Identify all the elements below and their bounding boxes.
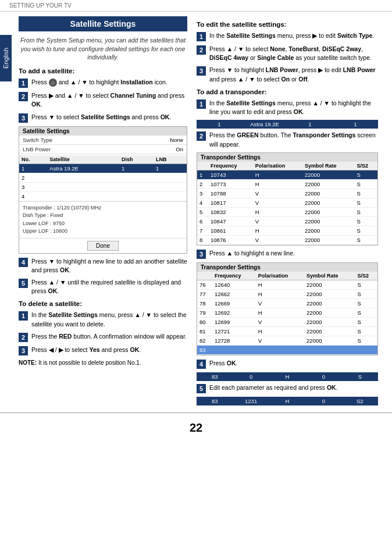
settings-info-table: Switch Type None LNB Power On [19,136,187,154]
col-satellite: Satellite [47,155,119,164]
trans-box-title-2: Transponder Settings [197,263,377,272]
trans-table-row: 1 10743 H 22000 S [197,170,377,179]
step-text-3: Press ▼ to select Satellite Settings and… [31,113,171,122]
transponder-settings-box-2: Transponder Settings Frequency Polarisat… [197,262,378,355]
del-step-num-1: 1 [19,311,28,321]
transponder-settings-box-1: Transponder Settings Frequency Polarisat… [197,152,378,246]
satellite-list-table: No. Satellite Dish LNB 1 Astra 19.2E 1 1… [19,155,187,201]
trans-table-row: 3 10788 V 22000 S [197,188,377,198]
done-button[interactable]: Done [87,241,119,251]
trans-step-5: 5 Edit each parameter as required and pr… [197,383,378,393]
edit-step-num-2: 2 [197,45,206,55]
col-dish: Dish [119,155,154,164]
sat-table-row: 1 Astra 19.2E 1 1 [19,163,187,173]
step-num-2: 2 [19,92,28,101]
trans-step-3: 3 Press ▲ to highlight a new line. [197,249,378,259]
del-step-text-1: In the Satellite Settings menu, press ▲ … [31,311,187,328]
lnb-power-label: LNB Power [19,144,60,154]
add-satellite-heading: To add a satellite: [19,67,187,74]
transponder-table-2: Frequency Polarisation Symbol Rate S/S2 … [197,272,377,355]
trans-step-text-2: Press the GREEN button. The Transponder … [209,131,378,148]
delete-satellite-heading: To delete a satellite: [19,300,187,307]
edit-step-2: 2 Press ▲ / ▼ to select None, ToneBurst,… [197,45,378,62]
step-1: 1 Press ⌂ and ▲ / ▼ to highlight Install… [19,78,187,88]
del-step-num-3: 3 [19,346,28,355]
data-bar-edit: 83 1231 H 0 S2 [197,397,378,405]
step-num-5: 5 [19,279,28,288]
step-text-5: Press ▲ / ▼ until the required satellite… [31,278,187,296]
trans-box-title-1: Transponder Settings [197,153,377,162]
step-3: 3 Press ▼ to select Satellite Settings a… [19,113,187,123]
trans-step-1: 1 In the Satellite Settings menu, press … [197,99,378,116]
edit-step-text-1: In the Satellite Settings menu, press ▶ … [209,31,374,40]
trans-step-text-3: Press ▲ to highlight a new line. [209,249,295,258]
top-bar: SETTING UP YOUR TV [0,0,392,12]
trans-step-2: 2 Press the GREEN button. The Transponde… [197,131,378,148]
step-text-2: Press ▶ and ▲ / ▼ to select Channel Tuni… [31,91,187,109]
trans-table-row: 79 12692 H 22000 S [197,308,377,317]
trans-step-text-1: In the Satellite Settings menu, press ▲ … [209,99,378,116]
trans-step-text-5: Edit each parameter as required and pres… [209,383,338,392]
trans-table-row: 5 10832 H 22000 S [197,207,377,216]
trans-table-row: 2 10773 H 22000 S [197,179,377,188]
trans-table-row: 82 12728 V 22000 S [197,336,377,345]
trans-table-1-header: Frequency Polarisation Symbol Rate S/S2 [197,162,377,170]
done-button-wrap: Done [19,238,187,253]
settings-box-title: Satellite Settings [19,127,187,136]
step-num-1: 1 [19,79,28,88]
del-step-3: 3 Press ◀ / ▶ to select Yes and press OK… [19,346,187,355]
trans-table-2-header: Frequency Polarisation Symbol Rate S/S2 [197,272,377,280]
lnb-power-value: On [60,144,187,154]
trans-table-row: 7 10861 H 22000 S [197,226,377,235]
trans-table-row: 76 12640 H 22000 S [197,280,377,289]
transponder-table-1: Frequency Polarisation Symbol Rate S/S2 … [197,162,377,245]
section-title: Satellite Settings [19,16,187,31]
del-step-text-3: Press ◀ / ▶ to select Yes and press OK. [31,346,141,354]
edit-step-1: 1 In the Satellite Settings menu, press … [197,31,378,41]
step-num-4: 4 [19,258,28,267]
intro-text: From the System Setup menu, you can add … [19,36,187,62]
trans-step-num-1: 1 [197,99,206,109]
delete-note: NOTE: It is not possible to delete posit… [19,359,187,367]
step-4: 4 Press ▼ to highlight a new line to add… [19,257,187,275]
edit-satellite-heading: To edit the satellite settings: [197,21,378,28]
transponder-info: Transponder : 1/120 (10729) MHz Dish Typ… [19,201,187,238]
sat-table-row: 2 [19,173,187,182]
trans-table-row: 81 12721 H 22000 S [197,326,377,336]
switch-type-value: None [60,136,187,145]
col-no: No. [19,155,47,164]
satellite-settings-box: Satellite Settings Switch Type None LNB … [19,126,187,254]
step-text-4: Press ▼ to highlight a new line to add a… [31,257,187,275]
sat-table-row: 3 [19,182,187,191]
switch-type-row: Switch Type None [19,136,187,145]
switch-type-label: Switch Type [19,136,60,145]
sat-table-row: 4 [19,191,187,201]
edit-step-num-3: 3 [197,66,206,76]
page-number: 22 [0,415,392,439]
trans-step-4: 4 Press OK. [197,359,378,369]
trans-table-row: 78 12669 V 22000 S [197,298,377,308]
step-2: 2 Press ▶ and ▲ / ▼ to select Channel Tu… [19,91,187,109]
trans-step-num-3: 3 [197,250,206,259]
del-step-1: 1 In the Satellite Settings menu, press … [19,311,187,328]
trans-table-row: 80 12699 V 22000 S [197,317,377,326]
del-step-num-2: 2 [19,333,28,342]
del-step-2: 2 Press the RED button. A confirmation w… [19,332,187,342]
edit-step-text-3: Press ▼ to highlight LNB Power, press ▶ … [209,66,378,83]
trans-table-row: 6 10847 V 22000 S [197,216,377,226]
top-bar-label: SETTING UP YOUR TV [9,2,72,9]
trans-step-num-4: 4 [197,360,206,369]
data-bar-ok: 83 0 H 0 S [197,372,378,381]
language-tab: English [0,35,12,81]
trans-table-row: 77 12662 H 22000 S [197,289,377,298]
trans-table-row: 83 [197,345,377,354]
add-transponder-heading: To add a transponder: [197,88,378,95]
col-lnb: LNB [154,155,187,164]
page-divider [0,412,392,413]
trans-step-num-5: 5 [197,384,206,393]
edit-step-3: 3 Press ▼ to highlight LNB Power, press … [197,66,378,83]
main-content: Satellite Settings From the System Setup… [0,12,392,412]
sat-table-header: No. Satellite Dish LNB [19,155,187,164]
data-bar-1: 1 Astra 19.2E 1 1 [197,120,378,129]
edit-step-num-1: 1 [197,32,206,41]
